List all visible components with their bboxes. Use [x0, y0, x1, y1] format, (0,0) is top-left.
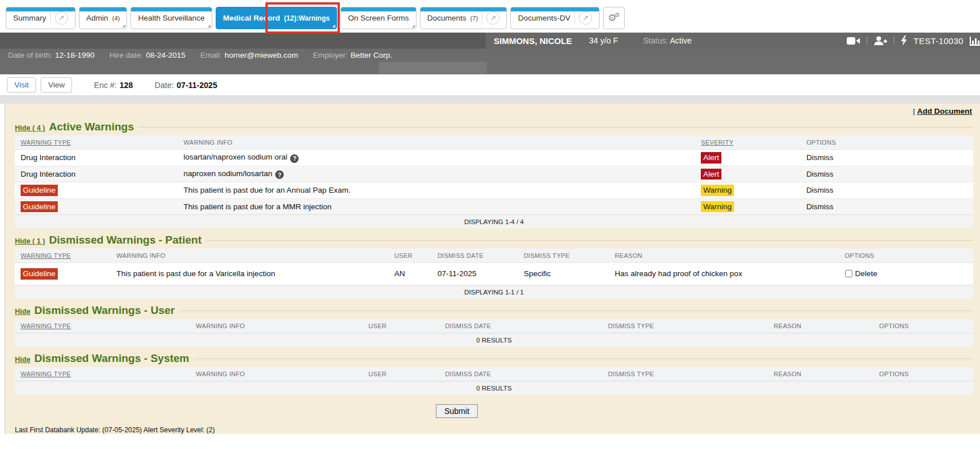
col-warning-type[interactable]: WARNING TYPE [15, 249, 111, 263]
hide-active-link[interactable]: Hide ( 4 ) [15, 124, 45, 132]
col-dismiss-type: DISMISS TYPE [602, 319, 768, 333]
displaying-count: DISPLAYING 1-4 / 4 [15, 215, 973, 229]
divider [574, 11, 575, 25]
employer-field: Employer:Better Corp. [313, 51, 392, 59]
add-person-icon[interactable] [874, 36, 887, 46]
warnings-content: | Add Document Hide ( 4 ) Active Warning… [0, 103, 980, 434]
active-warnings-header: Hide ( 4 ) Active Warnings [15, 121, 973, 133]
dismissed-user-header: Hide Dismissed Warnings - User [15, 304, 973, 317]
severity-badge: Alert [701, 152, 721, 164]
visit-button[interactable]: Visit [7, 77, 36, 93]
col-reason: REASON [768, 319, 874, 333]
col-warning-type[interactable]: WARNING TYPE [15, 367, 191, 381]
col-reason: REASON [768, 367, 874, 381]
dismiss-link[interactable]: Dismiss [807, 202, 834, 211]
hide-system-link[interactable]: Hide [15, 356, 30, 364]
warning-type-badge: Guideline [21, 185, 58, 196]
separator-strip [0, 95, 980, 103]
dismissed-system-table: WARNING TYPE WARNING INFO USER DISMISS D… [15, 367, 973, 395]
add-document-link[interactable]: Add Document [917, 107, 972, 115]
patient-details-row: Date of birth:12-18-1990 Hire date:08-24… [0, 49, 980, 62]
tab-health-surveillance[interactable]: Health Surveillance [130, 7, 212, 29]
view-button[interactable]: View [41, 77, 72, 93]
warning-info: naproxen sodium/losartan? [178, 166, 696, 182]
settings-button[interactable]: ⚙ ⚙ [603, 7, 625, 29]
submit-button[interactable]: Submit [436, 404, 478, 418]
paging-row: DISPLAYING 1-4 / 4 [15, 215, 973, 229]
tab-summary[interactable]: Summary ↗ [6, 7, 76, 29]
dismissed-patient-header: Hide ( 1 ) Dismissed Warnings - Patient [15, 234, 973, 246]
tab-label: Admin [86, 14, 108, 22]
empty-row: 0 RESULTS [15, 333, 973, 347]
col-severity[interactable]: SEVERITY [695, 136, 800, 150]
tab-admin[interactable]: Admin (4) [79, 7, 128, 29]
warning-row: Drug Interaction naproxen sodium/losarta… [15, 166, 973, 182]
divider [867, 36, 867, 45]
patient-status: Status: Active [643, 36, 692, 45]
dropdown-corner-icon [122, 25, 125, 27]
table-header-row: WARNING TYPE WARNING INFO USER DISMISS D… [15, 249, 973, 263]
col-user: USER [363, 319, 439, 333]
warning-info: This patient is past due for a MMR injec… [178, 198, 696, 215]
popout-icon[interactable]: ↗ [486, 11, 499, 25]
col-options: OPTIONS [874, 319, 973, 333]
dismissed-row: Guideline This patient is past due for a… [15, 263, 973, 285]
dob-field: Date of birth:12-18-1990 [8, 51, 94, 59]
col-reason: REASON [609, 249, 839, 263]
tab-label: Documents [427, 14, 466, 22]
dismiss-link[interactable]: Dismiss [807, 170, 834, 178]
dismiss-link[interactable]: Dismiss [807, 153, 834, 162]
reason: Has already had proof of chicken pox [609, 263, 839, 285]
warning-row: Drug Interaction losartan/naproxen sodiu… [15, 150, 973, 166]
page: Summary ↗ Admin (4) Health Surveillance … [0, 0, 980, 474]
divider [50, 11, 51, 25]
tab-label: On Screen Forms [348, 14, 409, 22]
add-document-line: | Add Document [15, 107, 973, 115]
lightning-icon[interactable] [900, 35, 907, 46]
submit-row: Submit [15, 395, 973, 418]
dismiss-link[interactable]: Dismiss [807, 186, 834, 194]
delete-checkbox[interactable] [845, 270, 852, 277]
tab-on-screen-forms[interactable]: On Screen Forms [340, 7, 416, 29]
help-icon[interactable]: ? [275, 170, 284, 179]
tab-medical-record-warnings[interactable]: Medical Record (12):Warnings [216, 7, 337, 29]
dismissed-user-table: WARNING TYPE WARNING INFO USER DISMISS D… [15, 319, 973, 347]
tab-documents-dv[interactable]: Documents-DV ↗ [510, 7, 600, 29]
section-title: Dismissed Warnings - Patient [49, 234, 201, 246]
tab-documents[interactable]: Documents (7) ↗ [420, 7, 507, 29]
col-dismiss-date: DISMISS DATE [439, 319, 602, 333]
col-warning-type[interactable]: WARNING TYPE [15, 136, 178, 150]
chart-icon[interactable] [970, 35, 980, 46]
warning-info: This patient is past due for an Annual P… [178, 182, 696, 199]
section-rule [206, 240, 973, 241]
col-dismiss-type: DISMISS TYPE [602, 367, 768, 381]
displaying-count: DISPLAYING 1-1 / 1 [15, 285, 973, 299]
col-warning-info: WARNING INFO [178, 136, 696, 150]
divider [482, 11, 482, 25]
tab-count: (4) [112, 15, 120, 22]
section-rule [138, 127, 973, 128]
warning-info: This patient is past due for a Varicella… [111, 263, 389, 285]
col-warning-info: WARNING INFO [111, 249, 389, 263]
help-icon[interactable]: ? [290, 154, 299, 163]
warning-type-badge: Guideline [21, 201, 58, 213]
tab-count: (7) [470, 15, 478, 22]
tab-count: (12):Warnings [284, 14, 330, 22]
col-warning-type[interactable]: WARNING TYPE [15, 319, 191, 333]
popout-icon[interactable]: ↗ [55, 11, 68, 25]
hide-patient-link[interactable]: Hide ( 1 ) [15, 237, 45, 245]
patient-age-sex: 34 y/o F [589, 36, 618, 45]
databank-note: Last First Databank Update: (07-05-2025)… [15, 426, 973, 434]
section-rule [194, 359, 973, 359]
col-dismiss-date: DISMISS DATE [439, 367, 602, 381]
col-dismiss-date: DISMISS DATE [432, 249, 518, 263]
col-user: USER [388, 249, 431, 263]
col-warning-info: WARNING INFO [191, 367, 363, 381]
delete-label: Delete [855, 269, 878, 278]
hide-user-link[interactable]: Hide [15, 308, 30, 316]
video-camera-icon[interactable] [847, 37, 860, 45]
severity-badge: Warning [701, 201, 734, 213]
severity-badge: Alert [701, 169, 721, 180]
dropdown-corner-icon [332, 25, 335, 27]
popout-icon[interactable]: ↗ [579, 11, 592, 25]
